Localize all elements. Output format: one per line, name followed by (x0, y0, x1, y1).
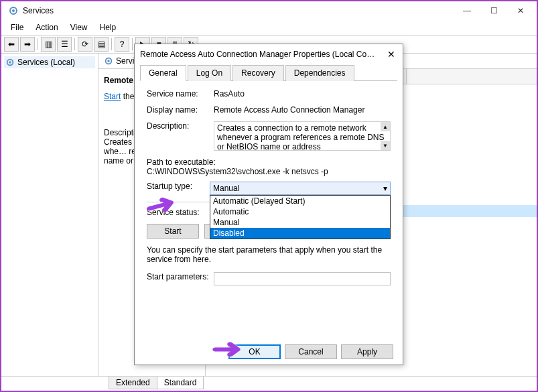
dialog-close-button[interactable]: ✕ (385, 48, 397, 60)
tab-standard[interactable]: Standard (157, 377, 204, 389)
back-button[interactable]: ⬅ (4, 37, 19, 52)
tree-panel: Services (Local) (1, 54, 98, 376)
svg-point-5 (107, 60, 110, 62)
properties-dialog: Remote Access Auto Connection Manager Pr… (134, 44, 403, 365)
view-tabs: Extended Standard (1, 376, 537, 389)
show-hide-button[interactable]: ▥ (41, 37, 56, 52)
tab-dependencies[interactable]: Dependencies (285, 65, 354, 81)
tab-extended[interactable]: Extended (109, 377, 157, 389)
scroll-down-icon[interactable]: ▼ (381, 141, 390, 150)
gear-icon (104, 56, 113, 66)
window-title: Services (23, 6, 454, 15)
option-disabled[interactable]: Disabled (210, 228, 390, 239)
start-button[interactable]: Start (147, 224, 199, 239)
startup-dropdown-list: Automatic (Delayed Start) Automatic Manu… (210, 195, 391, 239)
label-description: Description: (147, 121, 214, 131)
forward-button[interactable]: ➡ (20, 37, 35, 52)
menu-action[interactable]: Action (30, 21, 63, 34)
scroll-up-icon[interactable]: ▲ (381, 122, 390, 131)
label-display-name: Display name: (147, 105, 214, 115)
start-params-input[interactable] (214, 272, 391, 285)
svg-point-3 (9, 61, 11, 64)
option-automatic[interactable]: Automatic (210, 206, 390, 217)
startup-type-combo[interactable]: Manual ▾ (210, 182, 391, 195)
export-button[interactable]: ▤ (94, 37, 109, 52)
chevron-down-icon: ▾ (383, 184, 387, 193)
maximize-button[interactable]: ☐ (480, 1, 507, 20)
tab-recovery[interactable]: Recovery (232, 65, 284, 81)
menu-view[interactable]: View (65, 21, 93, 34)
close-button[interactable]: ✕ (507, 1, 534, 20)
gear-icon (5, 58, 15, 67)
label-start-params: Start parameters: (147, 272, 214, 281)
value-description: Creates a connection to a remote network… (217, 123, 384, 151)
titlebar: Services — ☐ ✕ (1, 1, 537, 20)
ok-button[interactable]: OK (228, 344, 281, 359)
label-startup-type: Startup type: (147, 182, 210, 191)
tree-root[interactable]: Services (Local) (4, 56, 95, 68)
hint-text: You can specify the start parameters tha… (147, 245, 391, 264)
tab-logon[interactable]: Log On (188, 65, 231, 81)
option-manual[interactable]: Manual (210, 217, 390, 228)
svg-point-1 (12, 9, 15, 12)
properties-button[interactable]: ☰ (57, 37, 72, 52)
dialog-title: Remote Access Auto Connection Manager Pr… (140, 50, 385, 59)
option-delayed[interactable]: Automatic (Delayed Start) (210, 196, 390, 206)
start-link[interactable]: Start (104, 92, 121, 101)
menubar: File Action View Help (1, 20, 537, 35)
cancel-button[interactable]: Cancel (285, 344, 337, 359)
tree-root-label: Services (Local) (17, 58, 75, 67)
menu-help[interactable]: Help (94, 21, 122, 34)
label-service-status: Service status: (147, 208, 214, 217)
tab-general[interactable]: General (140, 65, 186, 81)
refresh-button[interactable]: ⟳ (78, 37, 92, 52)
minimize-button[interactable]: — (454, 1, 480, 20)
help-button[interactable]: ? (115, 37, 129, 52)
services-icon (8, 5, 19, 16)
apply-button[interactable]: Apply (341, 344, 393, 359)
label-service-name: Service name: (147, 89, 214, 99)
label-path: Path to executable: (147, 157, 391, 167)
description-box: Creates a connection to a remote network… (214, 121, 391, 151)
startup-selected: Manual (213, 184, 239, 193)
value-path: C:\WINDOWS\System32\svchost.exe -k netsv… (147, 167, 391, 176)
value-service-name: RasAuto (214, 89, 391, 99)
value-display-name: Remote Access Auto Connection Manager (214, 105, 391, 115)
menu-file[interactable]: File (5, 21, 29, 34)
